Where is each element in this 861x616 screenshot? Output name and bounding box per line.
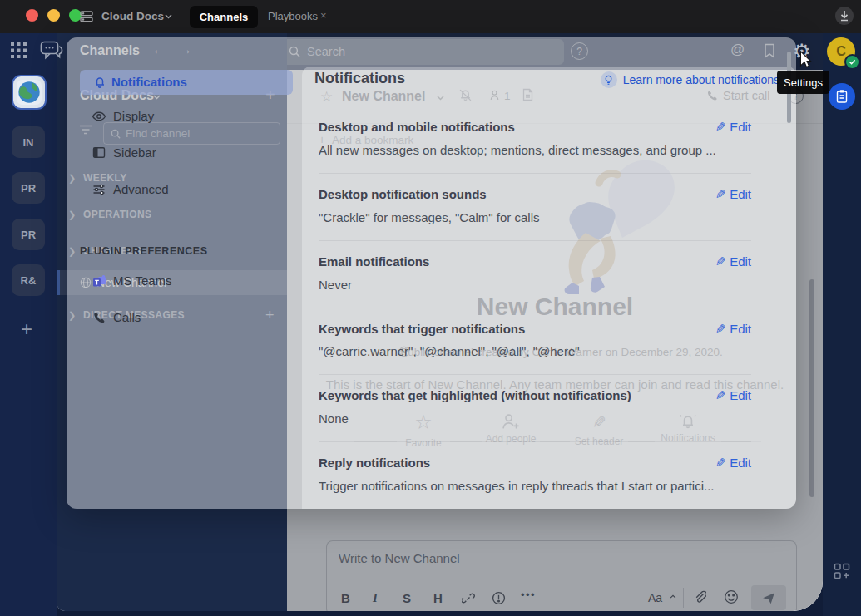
app-marketplace-icon[interactable]: [834, 563, 850, 579]
section-desc: Trigger notifications on messages in rep…: [319, 479, 715, 493]
section-title: Keywords that get highlighted (without n…: [319, 388, 631, 402]
settings-tooltip: Settings: [777, 71, 829, 94]
edit-trigger-keywords-button[interactable]: ✎ Edit: [715, 322, 751, 337]
edit-notification-sounds-button[interactable]: ✎ Edit: [715, 187, 751, 202]
team-avatar-active[interactable]: [12, 75, 47, 110]
settings-nav-item-ms-teams[interactable]: MS Teams: [80, 270, 293, 293]
section-title: Keywords that trigger notifications: [319, 322, 525, 336]
sidebar-layout-icon: [92, 146, 106, 159]
settings-nav-item-notifications[interactable]: Notifications: [80, 70, 293, 95]
bell-icon: [93, 76, 106, 89]
minimize-window-button[interactable]: [47, 9, 60, 22]
section-divider: [319, 441, 751, 442]
ms-teams-icon: [92, 274, 106, 288]
section-desc: All new messages on desktop; mentions, d…: [319, 143, 716, 157]
edit-reply-notifications-button[interactable]: ✎ Edit: [715, 456, 751, 471]
section-desc: Never: [319, 278, 352, 292]
sliders-icon: [92, 183, 106, 196]
section-divider: [319, 240, 751, 241]
online-status-icon: [844, 54, 860, 70]
settings-nav-item-display[interactable]: Display: [80, 106, 293, 129]
team-avatar-pr1[interactable]: PR: [12, 172, 45, 204]
team-avatar-r-and[interactable]: R&: [12, 264, 45, 296]
server-icon: [80, 11, 93, 22]
add-team-button[interactable]: +: [21, 318, 32, 341]
threads-chat-icon[interactable]: [40, 41, 63, 62]
pencil-icon: ✎: [715, 254, 726, 269]
mouse-cursor: [799, 51, 812, 68]
team-avatar-pr2[interactable]: PR: [12, 219, 45, 250]
playbooks-clipboard-icon[interactable]: [829, 83, 855, 110]
section-divider: [319, 374, 751, 375]
close-window-button[interactable]: [26, 9, 38, 22]
edit-email-notifications-button[interactable]: ✎ Edit: [715, 254, 751, 269]
lightbulb-icon: [601, 71, 617, 88]
section-title: Email notifications: [319, 254, 429, 269]
plugin-preferences-header: PLUGIN PREFERENCES: [80, 245, 207, 257]
server-name[interactable]: Cloud Docs: [101, 10, 164, 22]
eye-icon: [92, 110, 106, 123]
section-title: Desktop and mobile notifications: [319, 120, 515, 134]
team-sidebar: IN PR PR R& +: [0, 33, 57, 616]
main-scrollbar-thumb[interactable]: [809, 279, 814, 497]
server-chevron-down-icon[interactable]: [165, 14, 172, 19]
settings-nav-item-advanced[interactable]: Advanced: [80, 179, 293, 202]
window-titlebar: Cloud Docs Channels Playbooks ×: [0, 0, 861, 33]
section-desc: "@carrie.warner", "@channel", "@all", "@…: [319, 344, 580, 358]
edit-desktop-notifications-button[interactable]: ✎ Edit: [715, 120, 751, 135]
section-divider: [319, 308, 751, 308]
section-desc: None: [319, 411, 349, 426]
download-update-icon[interactable]: [834, 5, 855, 27]
section-desc: "Crackle" for messages, "Calm" for calls: [319, 210, 540, 224]
section-title: Reply notifications: [319, 456, 430, 470]
product-switcher-grid-icon[interactable]: [11, 42, 27, 58]
tab-playbooks[interactable]: Playbooks: [268, 10, 318, 22]
app-bar: C: [823, 33, 861, 616]
settings-section-title: Notifications: [314, 70, 405, 87]
section-title: Desktop notification sounds: [319, 187, 487, 201]
pencil-icon: ✎: [715, 187, 726, 202]
tab-close-icon[interactable]: ×: [320, 9, 327, 22]
phone-icon: [92, 311, 106, 324]
pencil-icon: ✎: [715, 456, 726, 471]
pencil-icon: ✎: [715, 322, 726, 337]
settings-nav-item-sidebar[interactable]: Sidebar: [80, 142, 293, 165]
section-divider: [319, 173, 751, 174]
user-avatar[interactable]: C: [827, 37, 855, 66]
edit-highlight-keywords-button[interactable]: ✎ Edit: [715, 388, 751, 403]
pencil-icon: ✎: [715, 120, 726, 135]
app-window: Cloud Docs Channels Playbooks ×: [0, 0, 861, 616]
learn-more-link[interactable]: Learn more about notifications: [601, 71, 779, 89]
tab-channels[interactable]: Channels: [190, 6, 258, 28]
pencil-icon: ✎: [715, 388, 726, 403]
settings-nav-item-calls[interactable]: Calls: [80, 307, 293, 330]
globe-image-icon: [17, 80, 42, 105]
team-avatar-in[interactable]: IN: [12, 126, 45, 158]
